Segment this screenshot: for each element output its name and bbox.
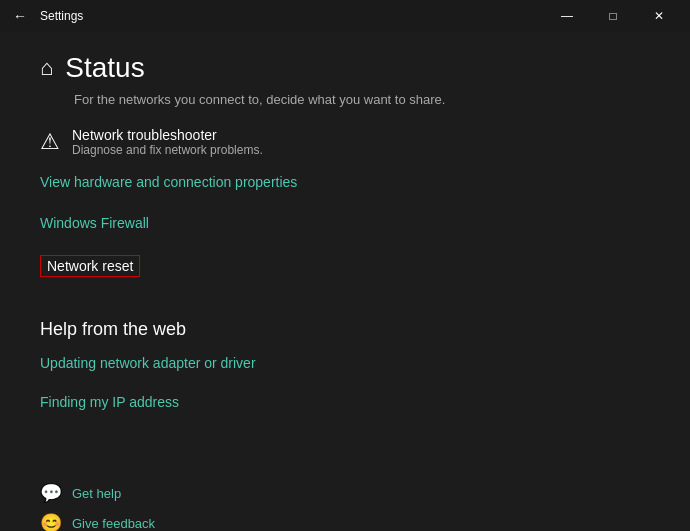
give-feedback-label: Give feedback — [72, 516, 155, 531]
get-help-label: Get help — [72, 486, 121, 501]
maximize-button[interactable]: □ — [590, 0, 636, 32]
warning-icon: ⚠ — [40, 129, 60, 155]
close-button[interactable]: ✕ — [636, 0, 682, 32]
page-subtitle: For the networks you connect to, decide … — [74, 92, 650, 107]
back-button[interactable]: ← — [8, 4, 32, 28]
network-adapter-link[interactable]: Updating network adapter or driver — [40, 355, 256, 371]
hardware-properties-link[interactable]: View hardware and connection properties — [40, 174, 297, 190]
page-title: Status — [65, 52, 144, 84]
give-feedback-icon: 😊 — [40, 512, 62, 531]
bottom-section: 💬 Get help 😊 Give feedback — [40, 482, 650, 531]
window-controls: — □ ✕ — [544, 0, 682, 32]
get-help-icon: 💬 — [40, 482, 62, 504]
network-troubleshooter-item: ⚠ Network troubleshooter Diagnose and fi… — [40, 127, 650, 157]
home-icon: ⌂ — [40, 55, 53, 81]
troubleshooter-title: Network troubleshooter — [72, 127, 263, 143]
troubleshooter-desc: Diagnose and fix network problems. — [72, 143, 263, 157]
get-help-item[interactable]: 💬 Get help — [40, 482, 650, 504]
main-content: ⌂ Status For the networks you connect to… — [0, 32, 690, 531]
titlebar: ← Settings — □ ✕ — [0, 0, 690, 32]
give-feedback-item[interactable]: 😊 Give feedback — [40, 512, 650, 531]
windows-firewall-link[interactable]: Windows Firewall — [40, 215, 149, 231]
window-title: Settings — [40, 9, 83, 23]
minimize-button[interactable]: — — [544, 0, 590, 32]
ip-address-link[interactable]: Finding my IP address — [40, 394, 179, 410]
page-header: ⌂ Status — [40, 52, 650, 84]
help-section-heading: Help from the web — [40, 319, 650, 340]
content-area: ⌂ Status For the networks you connect to… — [0, 32, 690, 531]
network-reset-link[interactable]: Network reset — [40, 255, 140, 277]
